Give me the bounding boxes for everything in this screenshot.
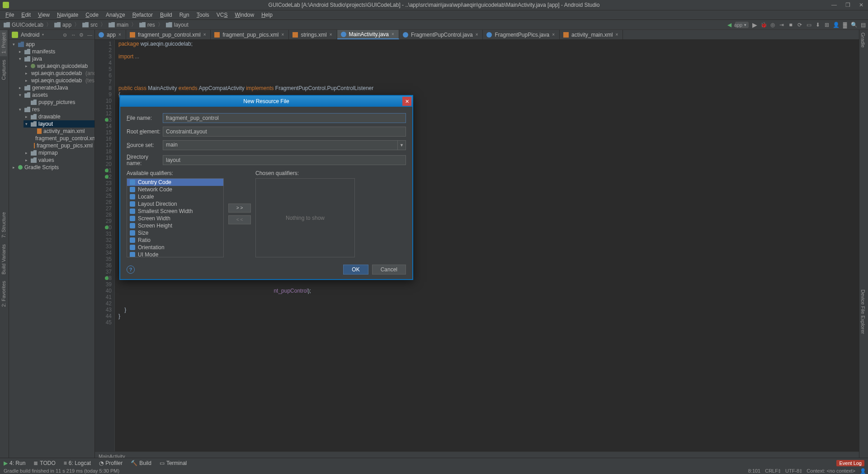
- bottom-terminal[interactable]: ▭Terminal: [160, 460, 187, 466]
- crumb-src[interactable]: src: [82, 22, 98, 28]
- sdk-button[interactable]: ⬇: [815, 22, 821, 28]
- remove-qualifier-button[interactable]: < <: [228, 215, 251, 224]
- window-close-button[interactable]: ✕: [854, 0, 868, 10]
- menu-tools[interactable]: Tools: [193, 12, 213, 18]
- file-name-input[interactable]: [163, 113, 406, 123]
- tab-fpc[interactable]: fragment_pup_control.xml×: [126, 30, 211, 39]
- menu-build[interactable]: Build: [156, 12, 176, 18]
- crumb-layout[interactable]: layout: [166, 22, 189, 28]
- dialog-titlebar[interactable]: New Resource File ✕: [120, 96, 412, 107]
- vtab-build-variants[interactable]: Build Variants: [0, 242, 7, 277]
- tree-file-act-main[interactable]: activity_main.xml: [30, 128, 94, 135]
- menu-analyze[interactable]: Analyze: [102, 12, 129, 18]
- bottom-build[interactable]: 🔨Build: [131, 460, 151, 466]
- vtab-favorites[interactable]: 2: Favorites: [0, 278, 7, 309]
- directory-name-input[interactable]: [163, 155, 406, 165]
- tree-pkg-test[interactable]: ▸wpi.aeqin.guicodelab(test): [24, 77, 94, 84]
- available-qualifiers-list[interactable]: Country CodeNetwork CodeLocaleLayout Dir…: [127, 178, 224, 257]
- hide-icon[interactable]: —: [87, 32, 93, 38]
- tree-file-fpp[interactable]: fragment_pup_pics.xml: [30, 142, 94, 149]
- chosen-qualifiers-list[interactable]: Nothing to show: [255, 178, 355, 257]
- debug-button[interactable]: 🐞: [760, 22, 767, 28]
- crumb-app[interactable]: app: [54, 22, 71, 28]
- sync-button[interactable]: ⟳: [797, 22, 803, 28]
- menu-refactor[interactable]: Refactor: [129, 12, 156, 18]
- menu-edit[interactable]: Edit: [18, 12, 34, 18]
- qualifier-item[interactable]: Screen Height: [127, 222, 223, 229]
- stop-button[interactable]: ■: [788, 22, 794, 28]
- tree-res[interactable]: ▾res: [17, 106, 94, 113]
- menu-file[interactable]: File: [2, 12, 18, 18]
- layout-inspect-button[interactable]: 👤: [833, 22, 839, 28]
- run-config-selector[interactable]: app: [735, 22, 749, 28]
- menu-vcs[interactable]: VCS: [213, 12, 231, 18]
- window-maximize-button[interactable]: ❐: [841, 0, 854, 10]
- profile-button[interactable]: ◎: [769, 22, 776, 28]
- gutter[interactable]: 1234567891011121314151617181920212223242…: [95, 40, 115, 451]
- vtab-structure[interactable]: 7: Structure: [0, 209, 7, 241]
- caret-position[interactable]: 8:101: [748, 468, 761, 474]
- tab-strings[interactable]: strings.xml×: [289, 30, 337, 39]
- close-icon[interactable]: ×: [615, 32, 618, 37]
- root-element-input[interactable]: [163, 127, 406, 137]
- window-minimize-button[interactable]: —: [827, 0, 841, 10]
- source-set-select[interactable]: main ▼: [163, 140, 406, 150]
- qualifier-item[interactable]: Size: [127, 229, 223, 237]
- menu-navigate[interactable]: Navigate: [53, 12, 82, 18]
- tab-mainactivity[interactable]: MainActivity.java×: [337, 30, 399, 39]
- tab-fpp[interactable]: fragment_pup_pics.xml×: [211, 30, 289, 39]
- bottom-logcat[interactable]: ≡6: Logcat: [64, 460, 91, 466]
- scroll-to-icon[interactable]: ↔: [71, 32, 76, 38]
- bottom-todo[interactable]: ≣TODO: [33, 460, 55, 466]
- line-separator[interactable]: CRLF‡: [765, 468, 781, 474]
- menu-view[interactable]: View: [34, 12, 53, 18]
- bottom-run[interactable]: ▶4: Run: [4, 460, 25, 466]
- project-tree[interactable]: ▾app ▸manifests ▾java ▸wpi.aeqin.guicode…: [9, 40, 94, 460]
- tree-genjava[interactable]: ▸generatedJava: [17, 84, 94, 91]
- attach-button[interactable]: ⇥: [778, 22, 785, 28]
- menu-window[interactable]: Window: [231, 12, 258, 18]
- tree-mipmap[interactable]: ▸mipmap: [24, 149, 94, 156]
- avd-button[interactable]: ▭: [806, 22, 812, 28]
- close-icon[interactable]: ×: [552, 32, 555, 37]
- tree-java[interactable]: ▾java: [17, 55, 94, 62]
- collapse-all-icon[interactable]: ⊖: [63, 32, 68, 38]
- qualifier-item[interactable]: Layout Direction: [127, 200, 223, 208]
- qualifier-item[interactable]: Ratio: [127, 237, 223, 244]
- qualifier-item[interactable]: Screen Width: [127, 215, 223, 222]
- context-selector[interactable]: Context: <no context>: [807, 468, 855, 474]
- menu-run[interactable]: Run: [176, 12, 193, 18]
- tree-gradle-scripts[interactable]: ▸Gradle Scripts: [11, 164, 94, 171]
- file-encoding[interactable]: UTF-8‡: [785, 468, 802, 474]
- qualifier-item[interactable]: Orientation: [127, 244, 223, 251]
- tree-header-title[interactable]: Android: [21, 32, 39, 38]
- assistant-button[interactable]: ▓: [842, 22, 848, 28]
- help-button[interactable]: ?: [127, 265, 135, 274]
- tree-file-fpc[interactable]: fragment_pup_control.xml: [30, 135, 94, 142]
- bottom-profiler[interactable]: ◔Profiler: [99, 460, 123, 466]
- tree-puppy[interactable]: puppy_pictures: [24, 99, 94, 106]
- vtab-gradle[interactable]: Gradle: [859, 30, 867, 50]
- cancel-button[interactable]: Cancel: [372, 265, 406, 275]
- tree-settings-icon[interactable]: ⚙: [79, 32, 85, 38]
- crumb-project[interactable]: GUICodeLab: [4, 22, 43, 28]
- tab-act[interactable]: activity_main.xml×: [560, 30, 623, 39]
- run-button[interactable]: ▶: [751, 22, 758, 28]
- add-qualifier-button[interactable]: > >: [228, 204, 251, 213]
- qualifier-item[interactable]: UI Mode: [127, 251, 223, 257]
- event-log-button[interactable]: Event Log: [836, 460, 864, 466]
- structure-button[interactable]: ⊞: [824, 22, 830, 28]
- crumb-res[interactable]: res: [139, 22, 155, 28]
- nav-back-icon[interactable]: ◀: [726, 22, 732, 28]
- tree-values[interactable]: ▸values: [24, 156, 94, 164]
- close-icon[interactable]: ×: [476, 32, 478, 37]
- vtab-device-file-explorer[interactable]: Device File Explorer: [859, 287, 867, 337]
- close-icon[interactable]: ×: [118, 32, 121, 37]
- settings-button[interactable]: ▤: [860, 22, 866, 28]
- menu-code[interactable]: Code: [82, 12, 102, 18]
- vtab-captures[interactable]: Captures: [0, 57, 7, 83]
- tree-layout[interactable]: ▾layout: [24, 120, 94, 128]
- hector-icon[interactable]: 👤: [860, 468, 864, 474]
- close-icon[interactable]: ×: [203, 32, 206, 37]
- tree-pkg-main[interactable]: ▸wpi.aeqin.guicodelab: [24, 62, 94, 70]
